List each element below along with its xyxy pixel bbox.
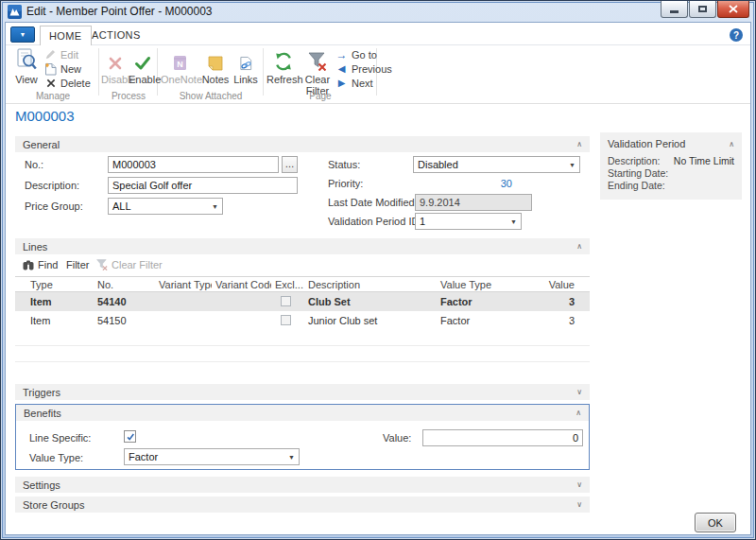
links-button[interactable]: Links (231, 46, 261, 85)
ok-button[interactable]: OK (695, 513, 736, 532)
clear-filter-icon (96, 259, 108, 270)
price-group-select[interactable]: ALL▼ (108, 198, 223, 215)
enable-button[interactable]: Enable (129, 46, 157, 85)
priority-field[interactable]: 30 (413, 175, 517, 192)
ribbon-group-manage: View Edit New Delete Manage (9, 46, 96, 101)
notes-button[interactable]: Notes (200, 46, 231, 85)
chevron-down-icon: ∨ (576, 500, 582, 509)
benefits-section: Benefits ∧ Line Specific: Value Type: Fa… (15, 404, 590, 470)
description-field[interactable]: Special Golf offer (108, 177, 298, 194)
ribbon-separator (157, 48, 158, 96)
dropdown-icon: ▼ (212, 203, 218, 210)
line-specific-checkbox[interactable] (124, 430, 136, 443)
general-section-header[interactable]: General ∧ (15, 136, 590, 152)
value-label: Value: (383, 432, 411, 444)
links-icon (231, 46, 261, 71)
filter-button[interactable]: Filter (66, 259, 89, 270)
disable-x-icon (101, 46, 129, 71)
value-type-label: Value Type: (29, 452, 83, 463)
new-page-icon (43, 62, 58, 76)
app-menu-button[interactable]: ▼ (10, 26, 35, 43)
view-button[interactable]: View (11, 46, 42, 85)
chevron-up-icon: ∧ (576, 409, 581, 417)
tab-actions[interactable]: ACTIONS (83, 26, 149, 45)
lines-clear-filter-button: Clear Filter (96, 259, 163, 270)
window-title: Edit - Member Point Offer - M000003 (26, 5, 213, 18)
tab-home[interactable]: HOME (40, 26, 92, 45)
last-date-modified-label: Last Date Modified: (328, 197, 418, 208)
onenote-button: N OneNote (161, 46, 200, 85)
notes-icon (200, 46, 231, 71)
refresh-button[interactable]: Refresh (266, 46, 301, 85)
minimize-button[interactable] (661, 1, 688, 18)
ribbon-group-show-attached: N OneNote Notes Links Show Attached (161, 46, 261, 101)
no-label: No.: (25, 159, 43, 170)
app-icon (8, 5, 22, 19)
maximize-button[interactable] (689, 1, 716, 18)
dropdown-icon: ▼ (510, 218, 517, 225)
window: Edit - Member Point Offer - M000003 ▼ HO… (0, 0, 756, 540)
clear-filter-button[interactable]: Clear Filter (301, 46, 334, 96)
delete-button[interactable]: Delete (43, 76, 91, 90)
table-row[interactable]: Item 54140 Club Set Factor 3 (15, 292, 590, 311)
goto-arrow-icon: → (335, 48, 349, 61)
grid-header-row: Type No. Variant Type Variant Code Excl.… (15, 277, 590, 292)
ribbon-separator (98, 48, 99, 96)
previous-button[interactable]: ◀ Previous (335, 61, 392, 76)
lines-section-header[interactable]: Lines ∧ (15, 238, 590, 254)
maximize-icon (698, 6, 707, 12)
factbox-row: Ending Date: (608, 180, 734, 192)
window-body: ▼ HOME ACTIONS ? View Edit (5, 22, 751, 535)
status-label: Status: (328, 159, 360, 170)
next-icon: ▶ (335, 78, 349, 88)
status-select[interactable]: Disabled▼ (413, 156, 580, 173)
page-title: M000003 (15, 108, 75, 124)
new-button[interactable]: New (43, 61, 91, 76)
goto-button[interactable]: → Go to (335, 47, 392, 61)
value-field[interactable]: 0 (422, 429, 583, 446)
titlebar[interactable]: Edit - Member Point Offer - M000003 (1, 1, 755, 22)
price-group-label: Price Group: (25, 200, 83, 212)
ribbon-divider (6, 103, 750, 104)
factbox-title[interactable]: Validation Period (608, 138, 729, 149)
store-groups-section-header[interactable]: Store Groups ∨ (15, 496, 590, 513)
ribbon-group-page: Refresh Clear Filter → Go to ◀ Previous (266, 46, 374, 101)
svg-text:N: N (177, 60, 183, 69)
table-row[interactable]: Item 54150 Junior Club set Factor 3 (15, 311, 590, 330)
description-label: Description: (25, 180, 79, 191)
chevron-up-icon: ∧ (576, 242, 582, 251)
line-specific-label: Line Specific: (29, 432, 91, 444)
chevron-down-icon: ▼ (20, 31, 26, 38)
minimize-icon (670, 10, 679, 13)
triggers-section-header[interactable]: Triggers ∨ (15, 384, 590, 400)
exclude-checkbox[interactable] (281, 315, 291, 325)
lines-grid: Type No. Variant Type Variant Code Excl.… (15, 276, 590, 362)
dropdown-icon: ▼ (569, 162, 576, 168)
no-lookup-button[interactable]: … (282, 156, 298, 173)
exclude-checkbox[interactable] (281, 296, 291, 306)
chevron-down-icon: ∨ (576, 388, 582, 396)
chevron-down-icon: ∨ (576, 480, 582, 489)
check-icon (126, 432, 135, 442)
next-button[interactable]: ▶ Next (335, 76, 392, 90)
benefits-section-header[interactable]: Benefits ∧ (16, 405, 589, 421)
empty-row (15, 330, 590, 346)
enable-check-icon (129, 46, 157, 71)
chevron-up-icon: ∧ (576, 140, 582, 148)
close-button[interactable] (717, 1, 749, 18)
settings-section-header[interactable]: Settings ∨ (15, 477, 590, 493)
find-button[interactable]: Find (23, 259, 58, 270)
disable-button: Disable (101, 46, 129, 85)
ellipsis-icon: … (285, 162, 295, 167)
value-type-select[interactable]: Factor▼ (124, 448, 300, 465)
empty-row (15, 346, 590, 362)
no-field[interactable]: M000003 (108, 156, 279, 173)
factbox-row: Starting Date: (608, 167, 734, 180)
factbox-row: Description:No Time Limit (608, 155, 734, 167)
delete-x-icon (43, 78, 58, 88)
validation-period-factbox: Validation Period ∧ Description:No Time … (600, 132, 742, 200)
clear-filter-icon (301, 46, 334, 71)
validation-period-id-select[interactable]: 1▼ (415, 213, 522, 230)
validation-period-id-label: Validation Period ID: (328, 216, 421, 227)
help-icon[interactable]: ? (730, 28, 743, 42)
